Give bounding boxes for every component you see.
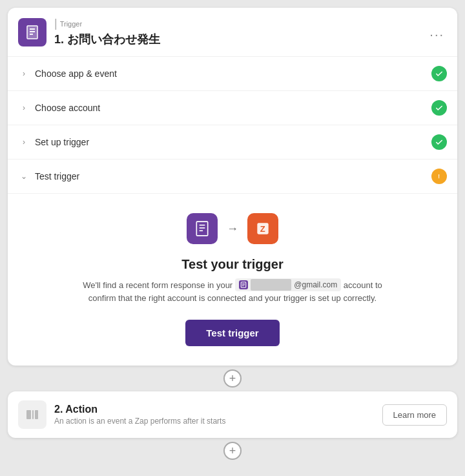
- section-choose-app-event[interactable]: › Choose app & event: [8, 57, 457, 91]
- email-badge: ███████ @gmail.com: [235, 278, 341, 291]
- section-label-test: Test trigger: [35, 171, 431, 181]
- add-step-button-1[interactable]: +: [223, 369, 242, 388]
- trigger-app-icon: [18, 18, 46, 47]
- action-title: 2. Action: [54, 404, 382, 415]
- section-label-setup: Set up trigger: [35, 137, 431, 147]
- desc-before: We'll find a recent form response in you…: [83, 280, 232, 290]
- trigger-card: | Trigger 1. お問い合わせ発生 ... › Choose app &…: [8, 8, 457, 366]
- svg-text:!: !: [438, 174, 440, 180]
- section-choose-account[interactable]: › Choose account: [8, 91, 457, 125]
- form-badge-icon: [240, 282, 247, 288]
- form-icon: [25, 25, 40, 40]
- badge-icon: [239, 280, 248, 289]
- status-icon-app-event: [431, 66, 447, 81]
- check-icon: [435, 69, 444, 78]
- chevron-up-icon: ⌄: [18, 171, 30, 182]
- header-text: | Trigger 1. お問い合わせ発生: [54, 17, 427, 47]
- action-card: 2. Action An action is an event a Zap pe…: [8, 391, 457, 438]
- add-step-connector-1: +: [8, 366, 457, 391]
- section-label-app-event: Choose app & event: [35, 68, 431, 79]
- section-set-up-trigger[interactable]: › Set up trigger: [8, 125, 457, 160]
- warning-icon: !: [435, 172, 444, 181]
- check-icon: [435, 103, 444, 112]
- check-icon: [435, 138, 444, 147]
- section-test-trigger[interactable]: ⌄ Test trigger !: [8, 160, 457, 194]
- add-step-button-2[interactable]: +: [223, 442, 242, 460]
- svg-rect-17: [26, 410, 31, 419]
- add-step-connector-2: +: [8, 438, 457, 464]
- action-icon: [25, 407, 40, 422]
- status-icon-test: !: [431, 169, 447, 184]
- email-domain: @gmail.com: [294, 279, 337, 291]
- action-text: 2. Action An action is an event a Zap pe…: [54, 404, 382, 426]
- arrow-right-icon: →: [227, 222, 238, 236]
- learn-more-button[interactable]: Learn more: [382, 404, 447, 426]
- test-trigger-description: We'll find a recent form response in you…: [71, 278, 394, 304]
- action-placeholder-icon: [18, 400, 46, 429]
- test-trigger-panel: → Z Test your trigger We'll find a recen…: [8, 194, 457, 366]
- status-icon-setup: [431, 134, 447, 150]
- source-app-icon: [187, 213, 218, 244]
- status-icon-account: [431, 100, 447, 116]
- trigger-label: | Trigger: [54, 17, 427, 30]
- chevron-down-icon: ›: [18, 68, 30, 79]
- svg-rect-18: [32, 410, 34, 419]
- trigger-title: 1. お問い合わせ発生: [54, 32, 427, 47]
- svg-rect-19: [35, 410, 38, 419]
- card-header: | Trigger 1. お問い合わせ発生 ...: [8, 8, 457, 57]
- svg-rect-0: [27, 26, 37, 39]
- test-trigger-button[interactable]: Test trigger: [185, 320, 279, 346]
- zapier-app-icon: Z: [254, 220, 271, 237]
- section-label-account: Choose account: [35, 103, 431, 113]
- email-redacted: ███████: [251, 279, 292, 291]
- more-options-button[interactable]: ...: [427, 22, 447, 42]
- test-trigger-title: Test your trigger: [181, 257, 283, 272]
- action-subtitle: An action is an event a Zap performs aft…: [54, 417, 382, 426]
- svg-text:Z: Z: [260, 224, 265, 234]
- app-flow: → Z: [187, 213, 278, 244]
- form-app-icon: [194, 220, 211, 237]
- trigger-label-text: Trigger: [60, 20, 82, 28]
- chevron-down-icon: ›: [18, 102, 30, 114]
- pipe-decoration: |: [54, 17, 57, 30]
- dest-app-icon: Z: [247, 213, 278, 244]
- chevron-down-icon: ›: [18, 136, 30, 148]
